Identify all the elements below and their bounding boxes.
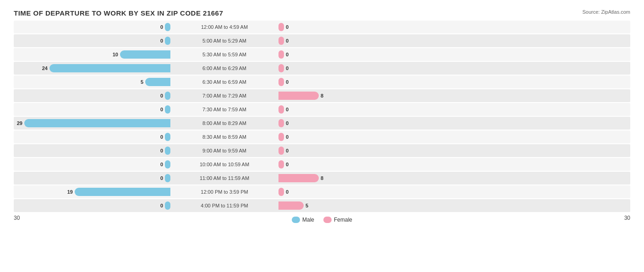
chart-container: TIME OF DEPARTURE TO WORK BY SEX IN ZIP … xyxy=(0,0,644,272)
female-value: 0 xyxy=(286,38,289,44)
male-bar-section: 0 xyxy=(14,34,174,47)
female-value: 8 xyxy=(321,93,323,98)
male-value: 10 xyxy=(113,52,118,57)
time-label: 12:00 PM to 3:59 PM xyxy=(174,189,275,195)
legend-male: Male xyxy=(292,217,314,223)
male-value: 0 xyxy=(160,175,163,181)
male-bar xyxy=(24,119,170,127)
male-value: 0 xyxy=(160,162,163,167)
female-bar-section: 0 xyxy=(275,185,435,198)
time-label: 8:00 AM to 8:29 AM xyxy=(174,120,275,126)
male-bar xyxy=(49,64,170,72)
chart-area: 012:00 AM to 4:59 AM005:00 AM to 5:29 AM… xyxy=(14,21,630,212)
female-bar-zero xyxy=(278,188,284,196)
male-bar-zero xyxy=(165,37,170,45)
male-swatch xyxy=(292,217,300,223)
chart-row: 012:00 AM to 4:59 AM0 xyxy=(14,21,630,33)
male-value: 5 xyxy=(141,79,143,85)
female-bar-zero xyxy=(278,105,284,114)
male-value: 0 xyxy=(160,107,163,112)
female-value: 0 xyxy=(286,134,289,140)
female-bar-section: 8 xyxy=(275,172,435,185)
female-bar-zero xyxy=(278,147,284,155)
female-value: 0 xyxy=(286,65,289,71)
chart-row: 07:00 AM to 7:29 AM8 xyxy=(14,89,630,102)
female-swatch xyxy=(323,217,332,223)
male-bar-section: 10 xyxy=(14,48,174,61)
chart-row: 05:00 AM to 5:29 AM0 xyxy=(14,34,630,47)
female-bar-zero xyxy=(278,78,284,86)
female-value: 5 xyxy=(306,203,308,208)
female-value: 0 xyxy=(286,24,289,30)
chart-row: 09:00 AM to 9:59 AM0 xyxy=(14,144,630,157)
male-bar-section: 19 xyxy=(14,185,174,198)
time-label: 4:00 PM to 11:59 PM xyxy=(174,203,275,208)
female-bar xyxy=(278,174,319,182)
male-bar-section: 29 xyxy=(14,117,174,130)
male-value: 0 xyxy=(160,93,163,98)
male-bar-zero xyxy=(165,133,170,141)
time-label: 12:00 AM to 4:59 AM xyxy=(174,24,275,30)
male-bar xyxy=(145,78,170,86)
male-value: 0 xyxy=(160,148,163,153)
time-label: 7:00 AM to 7:29 AM xyxy=(174,93,275,98)
female-value: 0 xyxy=(286,189,289,195)
axis-bottom: 30 Male Female 30 xyxy=(14,215,630,223)
male-bar-section: 0 xyxy=(14,144,174,157)
female-bar-section: 0 xyxy=(275,48,435,61)
male-value: 19 xyxy=(67,189,73,195)
female-bar-zero xyxy=(278,37,284,45)
male-bar-section: 0 xyxy=(14,199,174,212)
source-label: Source: ZipAtlas.com xyxy=(582,9,630,15)
female-bar-section: 0 xyxy=(275,131,435,143)
male-value: 0 xyxy=(160,24,163,30)
female-value: 0 xyxy=(286,79,289,85)
male-bar-section: 5 xyxy=(14,76,174,88)
female-bar-section: 0 xyxy=(275,144,435,157)
male-bar-zero xyxy=(165,147,170,155)
chart-row: 08:30 AM to 8:59 AM0 xyxy=(14,131,630,143)
time-label: 5:30 AM to 5:59 AM xyxy=(174,52,275,57)
chart-row: 56:30 AM to 6:59 AM0 xyxy=(14,76,630,88)
female-bar-zero xyxy=(278,23,284,31)
female-bar-section: 0 xyxy=(275,103,435,116)
female-value: 0 xyxy=(286,162,289,167)
female-bar xyxy=(278,201,304,210)
female-value: 8 xyxy=(321,175,323,181)
male-legend-label: Male xyxy=(302,217,314,223)
female-bar-zero xyxy=(278,160,284,169)
chart-row: 011:00 AM to 11:59 AM8 xyxy=(14,172,630,185)
male-bar-section: 0 xyxy=(14,131,174,143)
female-legend-label: Female xyxy=(334,217,352,223)
male-bar xyxy=(75,188,170,196)
female-bar-section: 0 xyxy=(275,21,435,33)
female-bar-section: 0 xyxy=(275,76,435,88)
male-bar-zero xyxy=(165,174,170,182)
female-bar-section: 5 xyxy=(275,199,435,212)
time-label: 7:30 AM to 7:59 AM xyxy=(174,107,275,112)
male-bar-zero xyxy=(165,92,170,100)
male-value: 29 xyxy=(17,120,22,126)
male-bar-section: 0 xyxy=(14,21,174,33)
legend: Male Female xyxy=(292,217,352,223)
chart-row: 1912:00 PM to 3:59 PM0 xyxy=(14,185,630,198)
chart-row: 010:00 AM to 10:59 AM0 xyxy=(14,158,630,171)
time-label: 10:00 AM to 10:59 AM xyxy=(174,162,275,167)
male-value: 0 xyxy=(160,203,163,208)
axis-left-label: 30 xyxy=(14,215,20,223)
male-value: 0 xyxy=(160,134,163,140)
female-bar-zero xyxy=(278,64,284,72)
time-label: 11:00 AM to 11:59 AM xyxy=(174,175,275,181)
male-bar-section: 0 xyxy=(14,158,174,171)
chart-row: 04:00 PM to 11:59 PM5 xyxy=(14,199,630,212)
female-bar-section: 0 xyxy=(275,62,435,75)
chart-row: 07:30 AM to 7:59 AM0 xyxy=(14,103,630,116)
female-bar-zero xyxy=(278,50,284,59)
chart-title: TIME OF DEPARTURE TO WORK BY SEX IN ZIP … xyxy=(14,9,630,17)
chart-row: 105:30 AM to 5:59 AM0 xyxy=(14,48,630,61)
male-bar-zero xyxy=(165,23,170,31)
time-label: 9:00 AM to 9:59 AM xyxy=(174,148,275,153)
male-bar-zero xyxy=(165,160,170,169)
time-label: 5:00 AM to 5:29 AM xyxy=(174,38,275,44)
male-bar-section: 0 xyxy=(14,172,174,185)
